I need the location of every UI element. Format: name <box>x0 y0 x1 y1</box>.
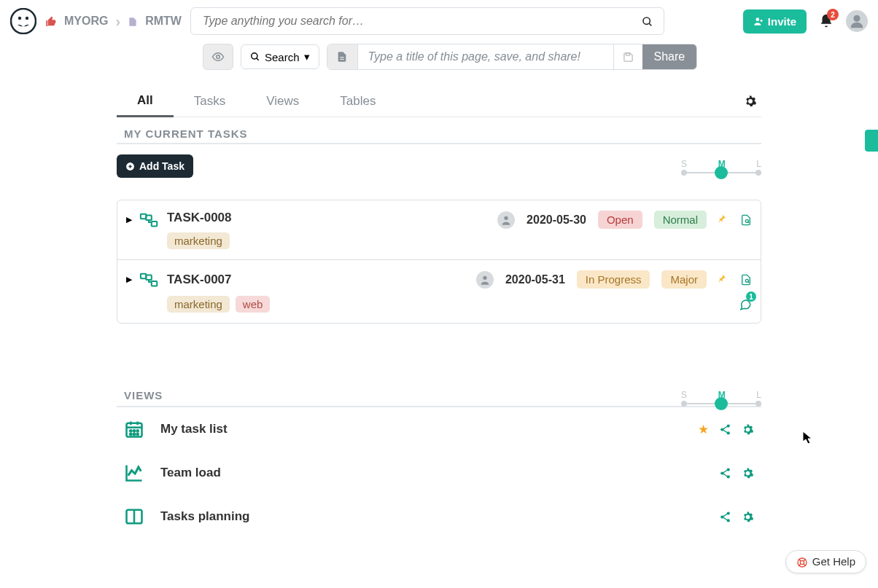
cursor-icon <box>802 430 814 445</box>
expand-caret-icon[interactable]: ▶ <box>126 215 132 224</box>
task-date: 2020-05-31 <box>505 273 565 286</box>
tab-all[interactable]: All <box>117 86 174 117</box>
share-icon[interactable] <box>719 422 731 436</box>
svg-line-50 <box>723 517 728 520</box>
pin-icon[interactable] <box>718 213 729 227</box>
breadcrumb-page[interactable]: RMTW <box>145 15 182 28</box>
calendar-icon <box>124 419 144 439</box>
search-input[interactable] <box>201 14 642 28</box>
star-icon[interactable]: ★ <box>698 422 709 437</box>
edge-feedback-tab[interactable] <box>865 130 878 152</box>
get-help-button[interactable]: Get Help <box>785 550 866 568</box>
task-type-icon <box>139 212 160 230</box>
page-title-input[interactable]: Type a title of this page, save, and sha… <box>358 44 613 69</box>
size-slider[interactable]: S M L <box>681 159 761 173</box>
views-section-title: VIEWS <box>117 389 163 401</box>
avatar[interactable] <box>846 10 868 32</box>
svg-point-3 <box>643 17 650 24</box>
global-search[interactable] <box>190 7 664 35</box>
view-row[interactable]: Team load <box>117 451 761 495</box>
chevron-right-icon: › <box>115 13 120 30</box>
task-status[interactable]: Open <box>598 211 642 229</box>
assignee-avatar[interactable] <box>497 211 515 229</box>
open-task-icon[interactable] <box>740 273 752 286</box>
search-icon[interactable] <box>642 15 653 28</box>
breadcrumb-org[interactable]: MYORG <box>64 15 108 28</box>
columns-icon <box>124 506 144 527</box>
svg-point-32 <box>133 434 135 435</box>
svg-rect-18 <box>141 274 146 279</box>
svg-line-42 <box>723 470 728 473</box>
svg-line-49 <box>723 514 728 517</box>
gear-icon[interactable] <box>742 509 754 524</box>
tag[interactable]: web <box>236 296 271 313</box>
tab-views[interactable]: Views <box>246 87 319 116</box>
size-slider[interactable]: S M L <box>681 390 761 404</box>
svg-rect-12 <box>141 214 146 219</box>
doc-type-button[interactable] <box>327 44 358 69</box>
tag[interactable]: marketing <box>167 232 230 249</box>
task-row[interactable]: ▶ TASK-0007 2020-05-31 In Progress Major <box>117 259 761 323</box>
tabs-settings-button[interactable] <box>739 95 761 109</box>
invite-label: Invite <box>768 15 796 28</box>
add-task-button[interactable]: Add Task <box>117 154 193 178</box>
task-row[interactable]: ▶ TASK-0008 marketing 2020-05-30 Open No… <box>117 200 761 259</box>
invite-button[interactable]: Invite <box>743 9 807 34</box>
view-name: Team load <box>160 466 221 480</box>
tabs: All Tasks Views Tables <box>117 86 761 117</box>
gear-icon[interactable] <box>742 466 754 480</box>
tab-tasks[interactable]: Tasks <box>174 87 246 116</box>
svg-rect-19 <box>146 275 151 281</box>
share-icon[interactable] <box>719 509 731 524</box>
notifications-count: 2 <box>827 9 839 20</box>
svg-point-21 <box>483 275 486 279</box>
svg-point-33 <box>137 434 139 435</box>
expand-caret-icon[interactable]: ▶ <box>126 275 132 284</box>
share-button[interactable]: Share <box>642 44 697 69</box>
tasks-section-header: MY CURRENT TASKS <box>117 128 761 140</box>
svg-line-37 <box>723 426 728 429</box>
view-name: My task list <box>160 422 228 436</box>
svg-rect-10 <box>626 52 629 55</box>
breadcrumb: MYORG › RMTW <box>45 13 182 30</box>
search-icon <box>250 52 260 62</box>
slider-handle[interactable] <box>715 397 728 410</box>
view-row[interactable]: Tasks planning <box>117 495 761 538</box>
task-priority[interactable]: Normal <box>654 211 707 229</box>
task-title[interactable]: TASK-0007 <box>167 273 232 287</box>
svg-point-1 <box>18 17 21 20</box>
pin-icon[interactable] <box>718 273 729 286</box>
app-logo[interactable] <box>10 8 36 34</box>
svg-line-53 <box>799 559 801 561</box>
file-text-icon <box>336 51 348 63</box>
assignee-avatar[interactable] <box>476 271 494 289</box>
tasks-controls: Add Task S M L <box>117 154 761 178</box>
preview-button[interactable] <box>203 44 233 70</box>
tab-tables[interactable]: Tables <box>319 87 396 116</box>
search-dropdown-button[interactable]: Search ▾ <box>241 44 319 69</box>
comments-icon[interactable]: 1 <box>739 297 752 311</box>
tag[interactable]: marketing <box>167 296 230 313</box>
open-task-icon[interactable] <box>740 213 752 227</box>
notifications-button[interactable]: 2 <box>818 13 834 29</box>
slider-handle[interactable] <box>715 166 728 179</box>
view-row[interactable]: My task list ★ <box>117 407 761 451</box>
svg-line-56 <box>799 564 801 566</box>
task-priority[interactable]: Major <box>661 270 707 289</box>
comments-count: 1 <box>746 291 756 302</box>
svg-line-4 <box>649 23 651 26</box>
eye-icon <box>211 50 225 63</box>
gear-icon[interactable] <box>742 422 754 436</box>
share-icon[interactable] <box>719 466 731 480</box>
task-title[interactable]: TASK-0008 <box>167 211 490 225</box>
svg-point-28 <box>130 430 131 431</box>
save-button[interactable] <box>613 44 642 69</box>
svg-point-2 <box>26 17 28 20</box>
tasks-section-title: MY CURRENT TASKS <box>117 128 248 140</box>
svg-point-52 <box>800 560 804 564</box>
task-status[interactable]: In Progress <box>577 270 650 289</box>
svg-point-30 <box>137 430 139 431</box>
svg-point-7 <box>217 55 220 59</box>
size-s: S <box>681 159 687 169</box>
search-dropdown-label: Search <box>265 51 300 63</box>
